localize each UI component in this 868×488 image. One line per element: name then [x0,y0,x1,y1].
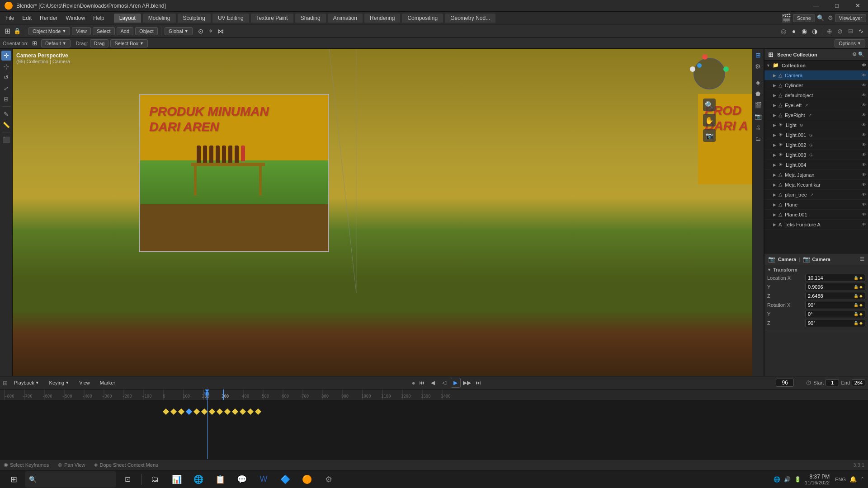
viewport-shading-btn[interactable]: Global ▼ [165,27,193,35]
outliner-item-light[interactable]: ▶ ☀ Light ⊙ 👁 [764,120,868,130]
xray-icon[interactable]: ⊟ [846,27,855,36]
plane-visibility[interactable]: 👁 [862,202,866,207]
outliner-item-eyeright[interactable]: ▶ △ EyeRight ↗ 👁 [764,110,868,120]
keyframe-6[interactable] [201,408,208,415]
sound-icon[interactable]: 🔊 [784,476,791,483]
menu-help[interactable]: Help [90,14,108,22]
outliner-icon[interactable]: ⊞ [753,50,764,61]
tab-rendering[interactable]: Rendering [364,14,400,23]
viewport[interactable]: PRODUK MINUMAN DARI AREN [13,49,752,380]
meja-kecantikar-visibility[interactable]: 👁 [862,182,866,187]
menu-render[interactable]: Render [36,14,61,22]
transform-icon[interactable]: ∿ [856,27,865,36]
eyeright-visibility[interactable]: 👁 [862,113,866,117]
defaultobject-visibility[interactable]: 👁 [862,93,866,98]
camera-visibility[interactable]: 👁 [862,73,866,78]
tab-compositing[interactable]: Compositing [402,14,443,23]
rotation-z-value[interactable]: 90° 🔒 ◆ [805,319,865,327]
marker-menu[interactable]: Marker [96,379,119,386]
light-visibility[interactable]: 👁 [862,122,866,127]
light001-visibility[interactable]: 👁 [862,132,866,137]
rendered-icon[interactable]: ◑ [810,27,819,36]
tb-word[interactable]: W [254,471,274,488]
rotation-x-value[interactable]: 90° 🔒 ◆ [805,301,865,309]
frame-next-btn[interactable]: ▶▶ [462,378,472,388]
keyframe-11[interactable] [240,408,246,415]
plane001-visibility[interactable]: 👁 [862,212,866,217]
clock-area[interactable]: 8:37 PM 11/16/2022 [805,474,830,485]
render-props-icon[interactable]: 📷 [753,111,764,122]
gizmo-icon[interactable]: ⊕ [825,27,834,36]
light002-visibility[interactable]: 👁 [862,142,866,147]
view-layer-selector[interactable]: ViewLayer [835,14,866,22]
nav-dot-right[interactable] [723,66,729,72]
meja-jajanan-visibility[interactable]: 👁 [862,172,866,177]
keyframe-2[interactable] [170,408,177,415]
timeline-type-icon[interactable]: ⊞ [3,380,8,386]
keyframe-1[interactable] [163,408,169,415]
start-value[interactable]: 1 [826,379,839,386]
rot-z-lock[interactable]: 🔒 [854,321,859,325]
outliner-item-defaultobject[interactable]: ▶ △ defaultobject 👁 [764,90,868,100]
network-icon[interactable]: 🌐 [774,476,780,483]
scene-props-icon[interactable]: 🎬 [753,99,764,110]
outliner-item-plane001[interactable]: ▶ △ Plane.001 👁 [764,210,868,220]
location-z-value[interactable]: 2.6488 🔒 ◆ [805,292,865,300]
scene-icon[interactable]: 🎬 [781,13,791,23]
drag-selector[interactable]: Drag [90,39,109,47]
light004-visibility[interactable]: 👁 [862,162,866,167]
output-props-icon[interactable]: 🖨 [753,122,764,133]
playback-menu[interactable]: Playback ▼ [10,379,43,386]
loc-z-lock[interactable]: 🔒 [854,294,859,298]
jump-start-btn[interactable]: ⏮ [417,378,427,388]
rot-x-keyframe[interactable]: ◆ [859,303,863,307]
plam-tree-visibility[interactable]: 👁 [862,192,866,197]
compositor-icon[interactable]: ◈ [753,77,764,88]
keyframe-8[interactable] [217,408,223,415]
maximize-button[interactable]: □ [826,0,847,12]
outliner-item-camera[interactable]: ▶ △ Camera 👁 [764,70,868,80]
rot-z-keyframe[interactable]: ◆ [859,321,863,325]
orientation-selector[interactable]: Default ▼ [41,39,71,47]
view-layer-icon[interactable]: 🗂 [753,133,764,144]
tab-geometry-nodes[interactable]: Geometry Nod... [445,14,495,23]
notification-icon[interactable]: 🔔 [849,476,857,483]
rot-x-lock[interactable]: 🔒 [854,303,859,307]
jump-end-btn[interactable]: ⏭ [473,378,483,388]
loc-y-lock[interactable]: 🔒 [854,285,859,289]
camera-view-icon[interactable]: 📷 [703,129,716,142]
current-frame-display[interactable]: 96 [776,379,794,387]
scale-tool[interactable]: ⤢ [1,83,11,93]
overlay-icon[interactable]: ⊘ [835,27,844,36]
menu-edit[interactable]: Edit [19,14,35,22]
tb-blender[interactable]: 🟠 [297,471,317,488]
chevron-icon[interactable]: ⌃ [860,476,864,482]
close-button[interactable]: ✕ [847,0,868,12]
keyframe-3[interactable] [178,408,184,415]
loc-y-keyframe[interactable]: ◆ [859,285,863,289]
tb-app1[interactable]: 🔷 [275,471,295,488]
task-view-btn[interactable]: ⊡ [118,471,137,488]
hand-icon[interactable]: ✋ [703,114,716,127]
keyframe-12[interactable] [247,408,254,415]
material-preview-icon[interactable]: ◉ [800,27,809,36]
outliner-item-light003[interactable]: ▶ ☀ Light.003 G 👁 [764,150,868,160]
keyframe-7[interactable] [209,408,215,415]
zoom-icon[interactable]: 🔍 [703,99,716,111]
keying-menu[interactable]: Keying ▼ [46,379,73,386]
loc-z-keyframe[interactable]: ◆ [859,294,863,298]
end-value[interactable]: 264 [852,379,865,386]
light003-visibility[interactable]: 👁 [862,152,866,157]
outliner-item-cylinder[interactable]: ▶ △ Cylinder 👁 [764,80,868,90]
transform-title[interactable]: ▼ Transform [767,267,865,272]
outliner-item-meja-jajanan[interactable]: ▶ △ Meja Jajanan 👁 [764,170,868,180]
eyeleft-visibility[interactable]: 👁 [862,103,866,108]
wireframe-icon[interactable]: ◎ [779,27,788,36]
keyframe-9[interactable] [224,408,231,415]
snap-icon[interactable]: ⌖ [206,27,215,36]
annotate-tool[interactable]: ✎ [1,109,11,119]
range-clock-icon[interactable]: ⏱ [806,380,811,386]
select-box-selector[interactable]: Select Box ▼ [110,39,148,47]
battery-icon[interactable]: 🔋 [794,476,801,483]
frame-prev-btn[interactable]: ◀ [428,378,438,388]
